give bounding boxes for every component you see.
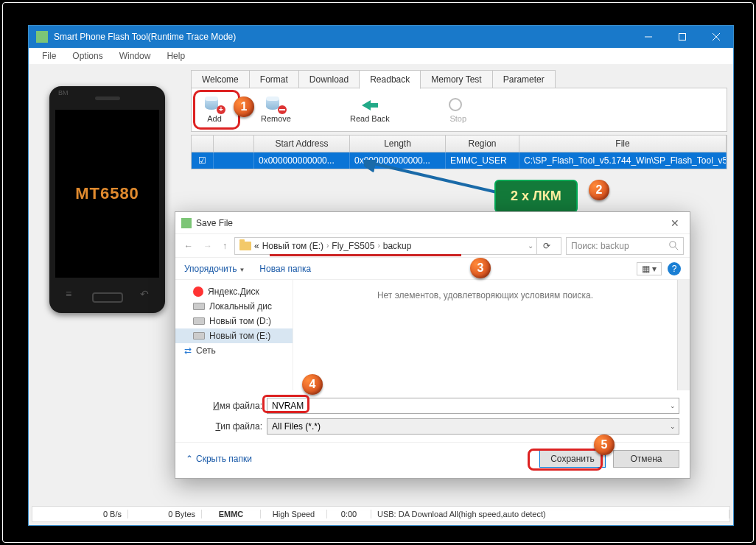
filename-input[interactable]: NVRAM ⌄ bbox=[267, 398, 679, 414]
cancel-button[interactable]: Отмена bbox=[613, 450, 679, 468]
tree-scrollbar[interactable] bbox=[677, 280, 690, 390]
annotation-badge-1: 1 bbox=[234, 96, 254, 117]
dialog-toolbar: Упорядочить▼ Новая папка ▦ ▾ ? bbox=[175, 258, 690, 280]
tree-yandex-disk[interactable]: Яндекс.Диск bbox=[175, 284, 293, 299]
dialog-close-button[interactable]: ✕ bbox=[660, 217, 690, 229]
bc-folder1[interactable]: Fly_FS505 bbox=[332, 241, 374, 251]
nav-forward[interactable]: → bbox=[200, 239, 215, 253]
save-file-dialog: Save File ✕ ← → ↑ « Новый том (E:)› Fly_… bbox=[175, 211, 690, 479]
filename-label: ИИмя файла:мя файла: bbox=[186, 401, 267, 411]
svg-line-4 bbox=[370, 163, 497, 192]
th-length[interactable]: Length bbox=[350, 136, 446, 152]
minus-icon bbox=[278, 105, 287, 114]
window-title: Smart Phone Flash Tool(Runtime Trace Mod… bbox=[54, 32, 631, 42]
filetype-label: Тип файла: bbox=[186, 421, 267, 432]
annotation-badge-5: 5 bbox=[594, 435, 615, 455]
th-file[interactable]: File bbox=[519, 136, 727, 152]
search-icon bbox=[669, 241, 679, 250]
close-button[interactable] bbox=[699, 26, 733, 48]
filetype-select[interactable]: All Files (*.*) ⌄ bbox=[267, 418, 679, 435]
bc-folder2[interactable]: backup bbox=[383, 241, 412, 251]
svg-rect-1 bbox=[679, 34, 686, 41]
chevron-down-icon[interactable]: ⌄ bbox=[670, 423, 676, 430]
th-name bbox=[214, 136, 254, 152]
tab-strip: Welcome Format Download Readback Memory … bbox=[191, 70, 555, 89]
phone-brand: BM bbox=[58, 89, 69, 96]
main-window: Smart Phone Flash Tool(Runtime Trace Mod… bbox=[28, 25, 734, 526]
dialog-icon bbox=[181, 218, 192, 228]
annotation-arrow bbox=[364, 160, 504, 204]
tree-network[interactable]: ⇄Сеть bbox=[175, 343, 293, 358]
svg-point-5 bbox=[670, 242, 676, 247]
phone-back-key: ↶ bbox=[140, 288, 149, 300]
svg-line-6 bbox=[675, 247, 678, 250]
chevron-down-icon[interactable]: ⌄ bbox=[670, 402, 676, 409]
status-usb: USB: DA Download All(high speed,auto det… bbox=[371, 510, 729, 518]
th-region[interactable]: Region bbox=[446, 136, 519, 152]
status-mode: High Speed bbox=[261, 510, 327, 518]
nav-back[interactable]: ← bbox=[181, 239, 196, 253]
stop-button[interactable]: Stop bbox=[441, 94, 475, 126]
menu-options[interactable]: Options bbox=[65, 49, 110, 63]
phone-speaker bbox=[95, 96, 120, 100]
view-button[interactable]: ▦ ▾ bbox=[637, 262, 662, 275]
annotation-badge-4: 4 bbox=[302, 374, 323, 395]
tab-format[interactable]: Format bbox=[249, 70, 299, 89]
cell-file: C:\SP_Flash_Tool_v5.1744_Win\SP_Flash_To… bbox=[519, 152, 727, 169]
hide-folders-toggle[interactable]: ⌃Скрыть папки bbox=[186, 454, 252, 464]
minimize-button[interactable] bbox=[631, 26, 665, 48]
tab-parameter[interactable]: Parameter bbox=[492, 70, 556, 89]
nav-up[interactable]: ↑ bbox=[220, 239, 230, 253]
annotation-underline-path bbox=[270, 254, 461, 256]
client-area: BM MT6580 ≡ ↶ Welcome Format Download Re… bbox=[29, 64, 733, 525]
file-list[interactable]: Нет элементов, удовлетворяющих условиям … bbox=[293, 280, 677, 390]
save-button[interactable]: Сохранить bbox=[539, 450, 606, 468]
phone-home-key bbox=[92, 292, 123, 303]
tab-welcome[interactable]: Welcome bbox=[191, 70, 250, 89]
organize-button[interactable]: Упорядочить▼ bbox=[184, 264, 245, 274]
refresh-button[interactable]: ⟳ bbox=[536, 237, 556, 255]
status-time: 0:00 bbox=[327, 510, 371, 518]
titlebar[interactable]: Smart Phone Flash Tool(Runtime Trace Mod… bbox=[29, 26, 733, 48]
dialog-title: Save File bbox=[196, 218, 233, 228]
dialog-titlebar[interactable]: Save File ✕ bbox=[175, 212, 690, 234]
th-start[interactable]: Start Address bbox=[254, 136, 350, 152]
remove-button[interactable]: Remove bbox=[253, 94, 298, 126]
menu-window[interactable]: Window bbox=[112, 49, 158, 63]
folder-tree[interactable]: Яндекс.Диск Локальный дис Новый том (D:)… bbox=[175, 280, 293, 390]
status-speed: 0 B/s bbox=[32, 510, 128, 518]
add-button[interactable]: + Add bbox=[197, 94, 231, 126]
menu-help[interactable]: Help bbox=[159, 49, 192, 63]
empty-message: Нет элементов, удовлетворяющих условиям … bbox=[377, 290, 593, 300]
phone-chip: MT6580 bbox=[75, 184, 139, 203]
tab-download[interactable]: Download bbox=[298, 70, 360, 89]
tree-local-disk[interactable]: Локальный дис bbox=[175, 299, 293, 314]
maximize-button[interactable] bbox=[665, 26, 699, 48]
readback-toolbar: + Add Remove Read Back Stop bbox=[191, 88, 727, 132]
phone-menu-key: ≡ bbox=[66, 288, 71, 300]
bc-drive[interactable]: Новый том (E:) bbox=[262, 241, 323, 251]
readback-button[interactable]: Read Back bbox=[343, 94, 397, 126]
annotation-badge-2: 2 bbox=[589, 180, 609, 200]
bc-dropdown[interactable]: ⌄ bbox=[528, 242, 533, 250]
status-storage: EMMC bbox=[202, 510, 261, 518]
folder-icon bbox=[239, 242, 251, 250]
callout-double-click: 2 х ЛКМ bbox=[494, 180, 578, 213]
stop-icon bbox=[449, 98, 462, 111]
arrow-back-icon bbox=[362, 100, 371, 110]
tree-drive-d[interactable]: Новый том (D:) bbox=[175, 314, 293, 328]
row-checkbox[interactable]: ☑ bbox=[192, 152, 214, 169]
tree-drive-e[interactable]: Новый том (E:) bbox=[175, 328, 293, 343]
tab-readback[interactable]: Readback bbox=[359, 70, 421, 89]
status-bytes: 0 Bytes bbox=[128, 510, 202, 518]
help-icon[interactable]: ? bbox=[668, 262, 681, 275]
search-input[interactable]: Поиск: backup bbox=[566, 237, 684, 255]
new-folder-button[interactable]: Новая папка bbox=[259, 264, 311, 274]
plus-icon: + bbox=[217, 105, 225, 114]
tab-memory-test[interactable]: Memory Test bbox=[420, 70, 492, 89]
phone-preview: BM MT6580 ≡ ↶ bbox=[49, 86, 165, 313]
status-bar: 0 B/s 0 Bytes EMMC High Speed 0:00 USB: … bbox=[32, 506, 730, 522]
cell-start: 0x000000000000... bbox=[254, 152, 350, 169]
breadcrumb[interactable]: « Новый том (E:)› Fly_FS505› backup ⌄ ⟳ bbox=[234, 237, 561, 255]
menu-file[interactable]: File bbox=[35, 49, 63, 63]
